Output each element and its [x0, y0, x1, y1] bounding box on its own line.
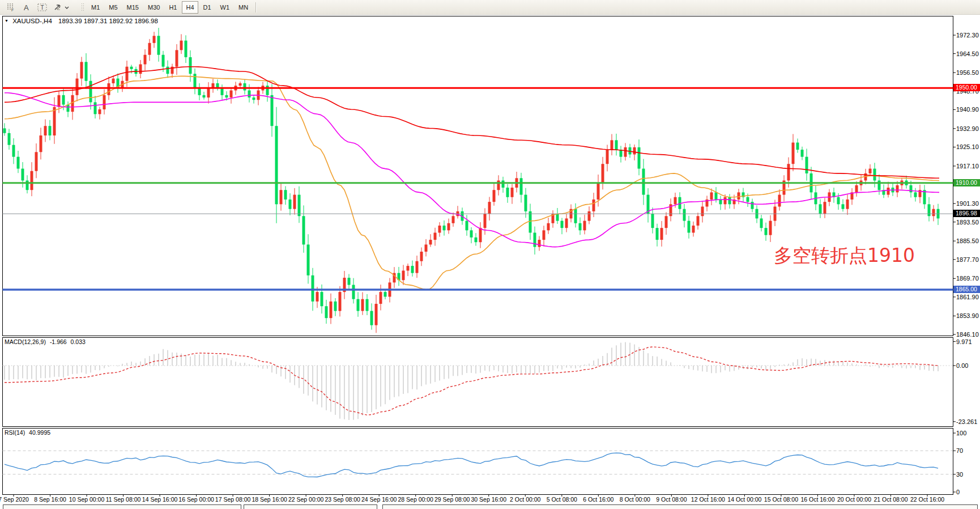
chart-tab[interactable] — [244, 505, 377, 509]
date-tick-label: 29 Sep 08:00 — [434, 496, 470, 503]
date-tick-label: 18 Sep 16:00 — [252, 496, 287, 503]
symbol-timeframe-label: XAUUSD-,H4 — [12, 18, 52, 24]
date-tick-label: 16 Oct 16:00 — [800, 496, 834, 503]
macd-name: MACD(12,26,9) — [5, 338, 46, 345]
svg-text:A: A — [24, 3, 29, 12]
chart-tab[interactable] — [383, 505, 978, 509]
date-tick-label: 30 Sep 16:00 — [471, 496, 506, 503]
timeframe-mn[interactable]: MN — [235, 1, 252, 14]
date-tick-label: 8 Oct 00:00 — [620, 496, 650, 503]
date-tick-label: 2 Oct 00:00 — [510, 496, 540, 503]
price-tick-label: 1869.70 — [956, 275, 979, 282]
current-price-badge: 1896.98 — [953, 210, 980, 217]
macd-tick-label: -23.261 — [956, 418, 977, 425]
date-tick-label: 22 Sep 00:00 — [288, 496, 323, 503]
svg-text:F: F — [11, 8, 14, 12]
price-tick-label: 1964.50 — [956, 50, 979, 57]
timeframe-h1[interactable]: H1 — [165, 1, 181, 14]
price-tick-label: 1853.90 — [956, 312, 979, 319]
rsi-name: RSI(14) — [5, 429, 25, 436]
symbol-dropdown-icon[interactable]: ▼ — [5, 19, 8, 23]
price-tick-label: 1925.10 — [956, 143, 979, 150]
timeframe-m30[interactable]: M30 — [144, 1, 164, 14]
date-tick-label: 21 Oct 08:00 — [874, 496, 907, 503]
date-tick-label: 6 Oct 16:00 — [583, 496, 613, 503]
date-tick-label: 7 Sep 2020 — [0, 496, 29, 503]
ohlc-values: 1893.39 1897.31 1892.92 1896.98 — [58, 18, 158, 24]
svg-text:T: T — [41, 5, 44, 11]
mt4-window: { "toolbar": { "tools": [ {"name": "patt… — [0, 0, 980, 509]
macd-main-value: -1.966 — [50, 338, 67, 345]
date-tick-label: 9 Oct 08:00 — [656, 496, 687, 503]
toolbar-separator — [255, 2, 257, 12]
resistance-level-badge: 1950.00 — [953, 84, 980, 91]
chart-tab[interactable] — [3, 505, 241, 509]
timeframe-d1[interactable]: D1 — [199, 1, 215, 14]
rsi-tick-label: 30 — [956, 471, 963, 478]
pivot-level-badge: 1910.00 — [953, 179, 980, 186]
price-tick-label: 1940.90 — [956, 106, 979, 113]
price-tick-label: 1877.70 — [956, 256, 979, 263]
arrow-objects-icon[interactable] — [52, 2, 71, 13]
macd-indicator-label: MACD(12,26,9) -1.966 0.033 — [5, 338, 86, 345]
date-tick-label: 17 Sep 08:00 — [215, 496, 250, 503]
text-box-icon[interactable]: T — [36, 2, 49, 13]
price-tick-label: 1846.10 — [956, 331, 979, 338]
top-toolbar: F A T M1 M5 M15 M30 H1 H4 D1 W1 MN — [0, 0, 980, 15]
pattern-lines-icon[interactable]: F — [4, 2, 18, 13]
date-tick-label: 5 Oct 08:00 — [547, 496, 577, 503]
rsi-indicator-label: RSI(14) 40.9995 — [5, 429, 50, 436]
price-tick-label: 1901.30 — [956, 200, 979, 207]
macd-tick-label: 0.00 — [956, 362, 968, 369]
date-tick-label: 14 Sep 16:00 — [142, 496, 177, 503]
toolbar-grip — [81, 3, 84, 12]
timeframe-m15[interactable]: M15 — [123, 1, 143, 14]
price-annotation-text: 多空转折点1910 — [774, 245, 915, 266]
price-tick-label: 1885.50 — [956, 237, 979, 244]
timeframe-h4[interactable]: H4 — [182, 1, 198, 14]
timeframe-m1[interactable]: M1 — [87, 1, 104, 14]
price-tick-label: 1861.90 — [956, 294, 979, 300]
date-tick-label: 14 Oct 00:00 — [727, 496, 761, 503]
timeframe-w1[interactable]: W1 — [216, 1, 234, 14]
price-tick-label: 1932.90 — [956, 125, 979, 132]
date-tick-label: 28 Sep 00:00 — [398, 496, 433, 503]
price-tick-label: 1972.30 — [956, 32, 979, 39]
timeframe-m5[interactable]: M5 — [105, 1, 121, 14]
price-tick-label: 1893.50 — [956, 219, 979, 226]
rsi-tick-label: 100 — [956, 430, 966, 436]
chart-ohlc-title: ▼ XAUUSD-,H4 1893.39 1897.31 1892.92 189… — [5, 18, 158, 24]
date-tick-label: 8 Sep 16:00 — [34, 496, 66, 503]
date-tick-label: 11 Sep 08:00 — [106, 496, 141, 503]
rsi-value: 40.9995 — [29, 429, 50, 436]
macd-tick-label: 9.971 — [956, 338, 972, 345]
date-tick-label: 15 Oct 08:00 — [764, 496, 798, 503]
rsi-tick-label: 70 — [956, 447, 963, 454]
price-tick-label: 1956.50 — [956, 69, 979, 76]
date-tick-label: 22 Oct 16:00 — [910, 496, 944, 503]
date-tick-label: 20 Oct 00:00 — [837, 496, 871, 503]
rsi-tick-label: 0 — [956, 489, 960, 495]
text-label-icon[interactable]: A — [20, 2, 33, 13]
date-tick-label: 16 Sep 00:00 — [178, 496, 214, 503]
support-level-badge: 1865.00 — [953, 286, 980, 293]
date-tick-label: 23 Sep 08:00 — [325, 496, 360, 503]
price-tick-label: 1917.10 — [956, 163, 979, 169]
date-tick-label: 12 Oct 16:00 — [691, 496, 725, 503]
date-tick-label: 10 Sep 00:00 — [69, 496, 104, 503]
macd-signal-value: 0.033 — [71, 338, 86, 345]
date-tick-label: 24 Sep 16:00 — [361, 496, 397, 503]
